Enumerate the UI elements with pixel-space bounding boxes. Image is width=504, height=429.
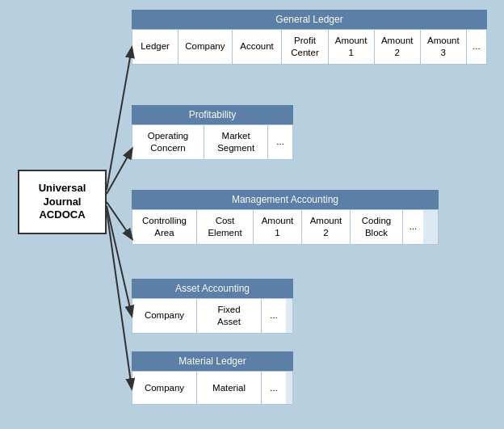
gl-cell-company: Company [178, 30, 233, 64]
svg-line-0 [107, 48, 132, 190]
universal-journal-box: Universal Journal ACDOCA [18, 170, 107, 234]
general-ledger-section: General Ledger Ledger Company Account Pr… [132, 10, 487, 65]
gl-cell-amount3: Amount3 [421, 30, 467, 64]
prof-cell-oc: OperatingConcern [132, 125, 204, 159]
prof-body: OperatingConcern MarketSegment ... [132, 124, 293, 160]
ma-header: Management Accounting [132, 190, 439, 209]
svg-line-4 [107, 210, 132, 388]
gl-body: Ledger Company Account ProfitCenter Amou… [132, 29, 487, 65]
ml-cell-material: Material [197, 372, 262, 404]
asset-accounting-section: Asset Accounting Company FixedAsset ... [132, 279, 293, 334]
ml-cell-ellipsis: ... [262, 372, 286, 404]
prof-cell-ms: MarketSegment [204, 125, 268, 159]
ma-row: ControllingArea CostElement Amount1 Amou… [132, 210, 438, 244]
gl-cell-amount2: Amount2 [375, 30, 421, 64]
management-accounting-section: Management Accounting ControllingArea Co… [132, 190, 439, 245]
svg-line-3 [107, 206, 132, 315]
profitability-section: Profitability OperatingConcern MarketSeg… [132, 105, 293, 160]
gl-cell-account: Account [233, 30, 283, 64]
ma-cell-amount1: Amount1 [254, 210, 302, 244]
svg-line-1 [107, 149, 132, 194]
aa-body: Company FixedAsset ... [132, 298, 293, 334]
gl-cell-ellipsis: ... [467, 30, 486, 64]
ma-cell-ce: CostElement [197, 210, 254, 244]
aa-cell-ellipsis: ... [262, 299, 286, 333]
ml-header: Material Ledger [132, 351, 293, 371]
ma-cell-cb: CodingBlock [351, 210, 403, 244]
ma-body: ControllingArea CostElement Amount1 Amou… [132, 209, 439, 245]
gl-cell-amount1: Amount1 [329, 30, 375, 64]
aa-row: Company FixedAsset ... [132, 299, 292, 333]
ma-cell-ca: ControllingArea [132, 210, 197, 244]
prof-cell-ellipsis: ... [268, 125, 292, 159]
ma-cell-ellipsis: ... [403, 210, 423, 244]
aa-header: Asset Accounting [132, 279, 293, 298]
uj-label: Universal Journal ACDOCA [19, 182, 105, 223]
prof-header: Profitability [132, 105, 293, 124]
aa-cell-fa: FixedAsset [197, 299, 262, 333]
ma-cell-amount2: Amount2 [302, 210, 351, 244]
prof-row: OperatingConcern MarketSegment ... [132, 125, 292, 159]
gl-cell-ledger: Ledger [132, 30, 178, 64]
svg-line-2 [107, 202, 132, 238]
diagram-container: Universal Journal ACDOCA General Ledger … [0, 0, 504, 429]
ml-row: Company Material ... [132, 372, 292, 404]
ml-body: Company Material ... [132, 371, 293, 405]
gl-cell-profit-center: ProfitCenter [282, 30, 328, 64]
aa-cell-company: Company [132, 299, 197, 333]
gl-row: Ledger Company Account ProfitCenter Amou… [132, 30, 486, 64]
ml-cell-company: Company [132, 372, 197, 404]
material-ledger-section: Material Ledger Company Material ... [132, 351, 293, 405]
gl-header: General Ledger [132, 10, 487, 29]
